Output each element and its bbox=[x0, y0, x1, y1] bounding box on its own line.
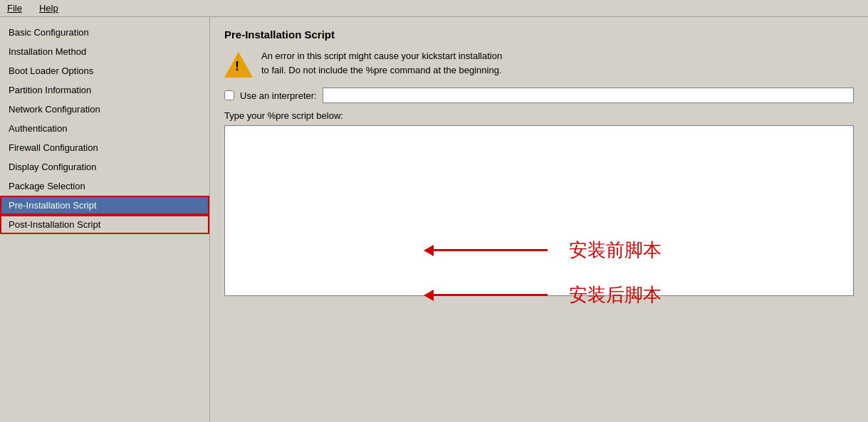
sidebar-item-basic-configuration[interactable]: Basic Configuration bbox=[0, 23, 209, 42]
sidebar-item-partition-information[interactable]: Partition Information bbox=[0, 80, 209, 100]
warning-text: An error in this script might cause your… bbox=[261, 49, 502, 77]
interpreter-row: Use an interpreter: bbox=[224, 88, 854, 103]
file-menu[interactable]: File bbox=[3, 1, 26, 15]
interpreter-label: Use an interpreter: bbox=[240, 90, 317, 101]
content-title: Pre-Installation Script bbox=[224, 28, 854, 41]
content-area: Pre-Installation Script An error in this… bbox=[210, 17, 868, 422]
warning-box: An error in this script might cause your… bbox=[224, 49, 854, 78]
script-textarea[interactable] bbox=[224, 125, 854, 296]
sidebar-item-package-selection[interactable]: Package Selection bbox=[0, 176, 209, 196]
warning-line1: An error in this script might cause your… bbox=[261, 51, 502, 61]
sidebar-item-firewall-configuration[interactable]: Firewall Configuration bbox=[0, 138, 209, 157]
script-label: Type your %pre script below: bbox=[224, 110, 854, 121]
interpreter-checkbox[interactable] bbox=[224, 90, 234, 100]
sidebar-item-display-configuration[interactable]: Display Configuration bbox=[0, 157, 209, 176]
sidebar-item-boot-loader-options[interactable]: Boot Loader Options bbox=[0, 61, 209, 80]
sidebar-item-network-configuration[interactable]: Network Configuration bbox=[0, 100, 209, 119]
warning-icon bbox=[224, 52, 253, 78]
interpreter-input[interactable] bbox=[323, 88, 854, 103]
warning-line2: to fail. Do not include the %pre command… bbox=[261, 65, 502, 75]
sidebar: Basic ConfigurationInstallation MethodBo… bbox=[0, 17, 210, 422]
help-menu[interactable]: Help bbox=[35, 1, 63, 15]
sidebar-item-pre-installation-script[interactable]: Pre-Installation Script bbox=[0, 196, 209, 215]
sidebar-item-authentication[interactable]: Authentication bbox=[0, 119, 209, 138]
main-container: Basic ConfigurationInstallation MethodBo… bbox=[0, 17, 868, 422]
sidebar-item-post-installation-script[interactable]: Post-Installation Script bbox=[0, 215, 209, 234]
menubar: File Help bbox=[0, 0, 868, 17]
sidebar-item-installation-method[interactable]: Installation Method bbox=[0, 42, 209, 61]
